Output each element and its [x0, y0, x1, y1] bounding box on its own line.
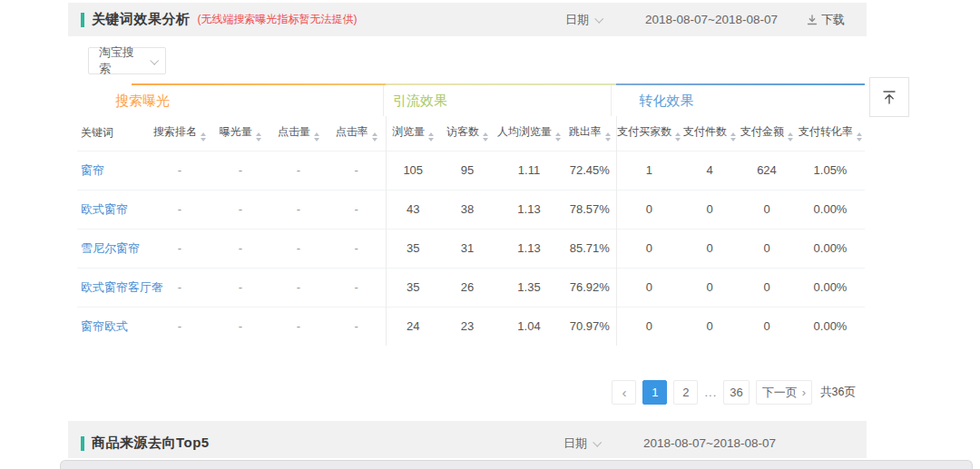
keyword-cell: 欧式窗帘客厅奢: [77, 268, 148, 307]
cell: 1.04: [495, 307, 564, 346]
keyword-cell: 窗帘欧式: [77, 307, 148, 346]
sort-icon[interactable]: [605, 132, 611, 142]
download-button[interactable]: 下载: [807, 12, 845, 28]
cell: 0.00%: [796, 190, 865, 229]
cell: 1.11: [495, 151, 564, 190]
cell: 0: [681, 190, 738, 229]
sort-icon[interactable]: [201, 132, 206, 142]
chevron-down-icon: [150, 55, 159, 64]
date-filter-dropdown[interactable]: 日期: [565, 12, 602, 28]
cell: 38: [440, 190, 495, 229]
cell: -: [270, 190, 328, 229]
cell: 72.45%: [564, 151, 616, 190]
cell: 85.71%: [564, 229, 616, 268]
sort-icon[interactable]: [675, 132, 681, 142]
date-filter-dropdown[interactable]: 日期: [564, 435, 600, 452]
column-label: 支付转化率: [799, 125, 853, 138]
cell: 35: [386, 229, 440, 268]
cell: 70.97%: [564, 307, 616, 346]
group-traffic-effect: 引流效果: [383, 85, 612, 116]
cell: 1: [616, 151, 681, 190]
column-header-5[interactable]: 浏览量: [386, 116, 440, 151]
sort-icon[interactable]: [555, 132, 561, 142]
table-header-row: 关键词搜索排名曝光量点击量点击率浏览量访客数人均浏览量跳出率支付买家数支付件数支…: [77, 116, 865, 151]
cell: 4: [681, 151, 738, 190]
keyword-link[interactable]: 雪尼尔窗帘: [81, 241, 140, 255]
cell: 0: [616, 268, 681, 307]
column-header-3[interactable]: 点击量: [270, 116, 328, 151]
sort-icon[interactable]: [372, 132, 377, 142]
sort-icon[interactable]: [730, 132, 736, 142]
date-filter-label: 日期: [564, 435, 587, 452]
back-to-top-button[interactable]: [869, 77, 909, 117]
cell: 0: [616, 190, 681, 229]
group-header-row: 搜索曝光 引流效果 转化效果: [77, 85, 858, 116]
column-label: 访客数: [446, 125, 479, 138]
cell: 0.00%: [796, 229, 865, 268]
column-label: 点击率: [336, 125, 368, 138]
keyword-table-card: 淘宝搜索 搜索曝光 引流效果 转化效果 关键词搜索排名曝光量点击量点击率浏览量访…: [68, 36, 867, 421]
pagination-ellipsis: ...: [704, 386, 717, 399]
cell: 0: [738, 190, 796, 229]
channel-select[interactable]: 淘宝搜索: [88, 47, 166, 74]
keyword-link[interactable]: 窗帘: [81, 163, 104, 177]
sort-icon[interactable]: [314, 132, 319, 142]
column-header-7[interactable]: 人均浏览量: [495, 116, 564, 151]
keyword-link[interactable]: 欧式窗帘客厅奢: [81, 280, 163, 294]
keyword-cell: 窗帘: [77, 151, 148, 190]
cell: -: [328, 268, 386, 307]
cell: -: [211, 268, 270, 307]
column-header-12[interactable]: 支付转化率: [796, 116, 865, 151]
table-row: 欧式窗帘客厅奢----35261.3576.92%0000.00%: [77, 268, 865, 307]
column-label: 跳出率: [569, 125, 602, 138]
cell: 0: [681, 229, 738, 268]
pagination-page-36[interactable]: 36: [723, 380, 749, 405]
sort-icon[interactable]: [788, 132, 793, 142]
cell: 95: [440, 151, 495, 190]
pagination-page-2[interactable]: 2: [673, 380, 698, 405]
cell: 0: [616, 229, 681, 268]
cell: 0: [681, 268, 738, 307]
pagination-page-1[interactable]: 1: [642, 380, 667, 405]
cell: -: [270, 307, 328, 346]
section1-header-right: 日期 2018-08-07~2018-08-07 下载: [565, 12, 867, 28]
sort-icon[interactable]: [428, 132, 434, 142]
cell: -: [211, 190, 270, 229]
pagination-prev[interactable]: ‹: [612, 380, 636, 405]
cell: 78.57%: [564, 190, 616, 229]
cell: 0: [616, 307, 681, 346]
chevron-down-icon: [594, 15, 603, 24]
cell: -: [211, 151, 270, 190]
cell: -: [328, 307, 386, 346]
cell: -: [211, 229, 270, 268]
column-header-keyword: 关键词: [77, 116, 148, 151]
cell: -: [328, 151, 386, 190]
cell: 35: [386, 268, 440, 307]
column-header-2[interactable]: 曝光量: [211, 116, 270, 151]
column-header-8[interactable]: 跳出率: [564, 116, 616, 151]
sort-icon[interactable]: [857, 132, 862, 142]
column-header-4[interactable]: 点击率: [328, 116, 386, 151]
column-header-10[interactable]: 支付件数: [681, 116, 738, 151]
column-header-11[interactable]: 支付金额: [738, 116, 796, 151]
column-header-1[interactable]: 搜索排名: [148, 116, 211, 151]
download-label: 下载: [821, 12, 845, 28]
column-label: 支付买家数: [617, 125, 671, 138]
column-label: 曝光量: [220, 125, 252, 138]
cell: 105: [386, 151, 440, 190]
pagination-next[interactable]: 下一页›: [756, 380, 812, 405]
cell: 76.92%: [564, 268, 616, 307]
keyword-link[interactable]: 欧式窗帘: [81, 202, 128, 216]
column-label: 支付金额: [740, 125, 784, 138]
sort-icon[interactable]: [256, 132, 261, 142]
section1-note: (无线端搜索曝光指标暂无法提供): [198, 12, 358, 27]
cell: 1.13: [495, 229, 564, 268]
column-header-9[interactable]: 支付买家数: [616, 116, 681, 151]
sort-icon[interactable]: [483, 132, 488, 142]
cell: -: [270, 268, 328, 307]
keyword-link[interactable]: 窗帘欧式: [81, 319, 128, 333]
pagination-total: 共36页: [820, 385, 856, 400]
channel-select-value: 淘宝搜索: [99, 44, 144, 77]
cell: 1.05%: [796, 151, 865, 190]
column-header-6[interactable]: 访客数: [440, 116, 495, 151]
